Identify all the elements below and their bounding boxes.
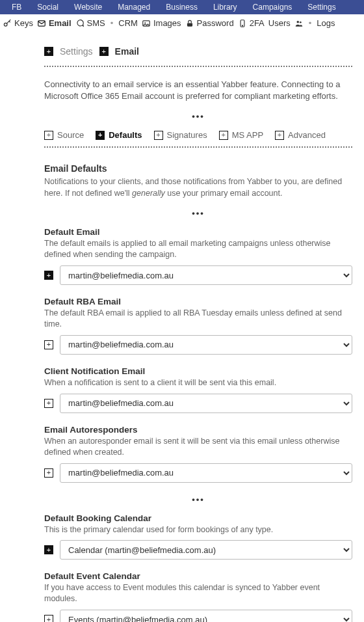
subnav-keys[interactable]: Keys — [3, 18, 33, 28]
subnav-label: Keys — [14, 18, 33, 28]
subnav-label: SMS — [87, 18, 105, 28]
tab-label: Defaults — [109, 130, 142, 140]
nav-item[interactable]: Managed — [118, 3, 150, 12]
users-icon — [294, 19, 304, 28]
tab-source[interactable]: +Source — [44, 130, 84, 140]
tab-signatures[interactable]: +Signatures — [154, 130, 207, 140]
subnav-crm[interactable]: CRM — [118, 18, 138, 28]
field-desc: The default emails is applied to all ema… — [44, 238, 352, 260]
secondary-nav: Keys Email SMS • CRM Images Password 2FA… — [0, 14, 364, 34]
field-default-email: Default Email The default emails is appl… — [44, 227, 352, 285]
tab-label: Advanced — [288, 130, 326, 140]
plus-icon[interactable]: + — [99, 47, 109, 56]
subnav-label: Email — [49, 18, 72, 28]
settings-tabs: +Source +Defaults +Signatures +MS APP +A… — [44, 130, 352, 140]
nav-item[interactable]: Business — [166, 3, 198, 12]
subnav-users[interactable]: Users — [268, 18, 291, 28]
field-desc: This is the primary calendar used for fo… — [44, 524, 352, 535]
svg-rect-4 — [187, 23, 192, 26]
phone-icon — [238, 19, 247, 28]
divider-dots — [44, 66, 352, 67]
crumb-settings[interactable]: Settings — [60, 46, 93, 57]
plus-icon[interactable]: + — [44, 271, 53, 280]
lock-icon — [185, 19, 194, 28]
subnav-logs[interactable]: Logs — [317, 18, 335, 28]
field-label: Email Autoresponders — [44, 425, 352, 435]
breadcrumb: + Settings + Email — [44, 34, 352, 63]
nav-item[interactable]: Campaigns — [253, 3, 292, 12]
nav-item[interactable]: Settings — [307, 3, 335, 12]
mail-icon — [37, 19, 46, 28]
ellipsis-divider: ••• — [44, 111, 352, 121]
divider-dots — [44, 146, 352, 148]
page-content: + Settings + Email Connectivity to an em… — [0, 34, 364, 622]
plus-icon[interactable]: + — [44, 399, 53, 408]
field-label: Default RBA Email — [44, 297, 352, 306]
tab-label: MS APP — [232, 130, 263, 140]
svg-point-8 — [300, 21, 302, 23]
crumb-email: Email — [115, 46, 139, 57]
field-email-autoresponders: Email Autoresponders When an autorespond… — [44, 425, 352, 483]
nav-item[interactable]: Website — [74, 3, 102, 12]
plus-icon: + — [96, 131, 105, 140]
plus-icon[interactable]: + — [44, 545, 53, 554]
tab-msapp[interactable]: +MS APP — [219, 130, 263, 140]
tab-label: Source — [57, 130, 84, 140]
subnav-label: 2FA — [250, 18, 265, 28]
client-notification-email-select[interactable]: martin@beliefmedia.com.au — [60, 394, 352, 413]
plus-icon: + — [44, 131, 53, 140]
field-desc: When an autoresponder email is sent it w… — [44, 436, 352, 458]
ellipsis-divider: ••• — [44, 208, 352, 218]
default-rba-email-select[interactable]: martin@beliefmedia.com.au — [60, 335, 352, 355]
plus-icon[interactable]: + — [44, 468, 53, 478]
section-description: Notifications to your clients, and those… — [44, 176, 352, 199]
field-desc: If you have access to Event modules this… — [44, 582, 352, 604]
plus-icon[interactable]: + — [44, 340, 53, 349]
plus-icon: + — [154, 131, 163, 140]
subnav-2fa[interactable]: 2FA — [238, 18, 265, 28]
separator-dot: • — [309, 18, 312, 28]
default-booking-calendar-select[interactable]: Calendar (martin@beliefmedia.com.au) — [60, 540, 352, 560]
subnav-users-icon[interactable] — [294, 19, 304, 28]
field-client-notification-email: Client Notification Email When a nofific… — [44, 366, 352, 413]
field-default-rba-email: Default RBA Email The default RBA email … — [44, 297, 352, 355]
separator-dot: • — [110, 18, 114, 28]
field-default-event-calendar: Default Event Calendar If you have acces… — [44, 571, 352, 622]
subnav-email[interactable]: Email — [37, 18, 72, 28]
tab-defaults[interactable]: +Defaults — [96, 130, 142, 140]
nav-item[interactable]: FB — [12, 3, 21, 12]
subnav-label: CRM — [118, 18, 138, 28]
plus-icon: + — [275, 131, 284, 140]
field-label: Client Notification Email — [44, 366, 352, 376]
subnav-images[interactable]: Images — [142, 18, 181, 28]
tab-advanced[interactable]: +Advanced — [275, 130, 326, 140]
field-desc: When a nofification is sent to a client … — [44, 377, 352, 388]
nav-item[interactable]: Library — [213, 3, 237, 12]
subnav-password[interactable]: Password — [185, 18, 234, 28]
email-autoresponders-select[interactable]: martin@beliefmedia.com.au — [60, 463, 352, 483]
section-title: Email Defaults — [44, 163, 352, 174]
field-default-booking-calendar: Default Booking Calendar This is the pri… — [44, 513, 352, 560]
default-email-select[interactable]: martin@beliefmedia.com.au — [60, 265, 352, 285]
svg-point-3 — [144, 21, 146, 23]
field-desc: The default RBA email is applied to all … — [44, 308, 352, 330]
default-event-calendar-select[interactable]: Events (martin@beliefmedia.com.au) — [60, 610, 352, 622]
plus-icon[interactable]: + — [44, 615, 53, 622]
subnav-label: Logs — [317, 18, 335, 28]
image-icon — [142, 19, 151, 28]
nav-item[interactable]: Social — [37, 3, 58, 12]
tab-label: Signatures — [167, 130, 207, 140]
svg-point-7 — [296, 20, 299, 23]
ellipsis-divider: ••• — [44, 494, 352, 504]
plus-icon: + — [219, 131, 228, 140]
field-label: Default Email — [44, 227, 352, 237]
subnav-sms[interactable]: SMS — [75, 18, 105, 28]
primary-nav: FB Social Website Managed Business Libra… — [0, 0, 364, 14]
chat-icon — [75, 19, 84, 28]
field-label: Default Booking Calendar — [44, 513, 352, 523]
plus-icon[interactable]: + — [44, 47, 53, 56]
subnav-label: Users — [268, 18, 291, 28]
key-icon — [3, 19, 12, 28]
svg-point-6 — [242, 25, 242, 25]
subnav-label: Images — [153, 18, 181, 28]
